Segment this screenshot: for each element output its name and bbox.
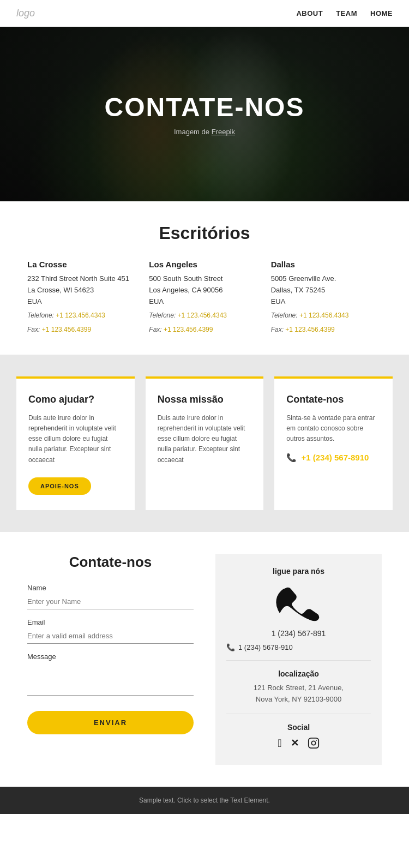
- svg-point-2: [316, 740, 317, 741]
- phone-secondary: 📞 1 (234) 5678-910: [226, 643, 371, 651]
- enviar-button[interactable]: ENVIAR: [27, 711, 194, 734]
- office-fax-1[interactable]: +1 123.456.4399: [42, 326, 91, 333]
- info-panel: ligue para nós 1 (234) 567-891 📞 1 (234)…: [215, 554, 382, 765]
- card1-title: Como ajudar?: [28, 394, 123, 405]
- office-phone-line-2: Telefone: +1 123.456.4343: [149, 310, 260, 321]
- contact-form-side: Contate-nos Name Email Message ENVIAR: [27, 554, 194, 734]
- card3-title: Contate-nos: [286, 394, 381, 405]
- offices-title: Escritórios: [27, 223, 382, 243]
- email-input[interactable]: [27, 628, 194, 644]
- instagram-icon[interactable]: [308, 737, 320, 752]
- phone-icon-large: [226, 583, 371, 621]
- facebook-icon[interactable]: : [278, 737, 281, 752]
- logo: logo: [16, 8, 35, 19]
- card2-text: Duis aute irure dolor in reprehenderit i…: [158, 413, 252, 465]
- cards-section: Como ajudar? Duis aute irure dolor in re…: [0, 355, 409, 532]
- office-city-1: La Crosse: [27, 260, 138, 269]
- social-icons:  ✕: [226, 737, 371, 752]
- card3-text: Sinta-se à vontade para entrar em contat…: [286, 413, 381, 445]
- card-missao: Nossa missão Duis aute irure dolor in re…: [146, 376, 264, 510]
- hero-title: CONTATE-NOS: [105, 92, 305, 122]
- office-phone-2[interactable]: +1 123.456.4343: [178, 312, 227, 319]
- main-nav: ABOUT TEAM HOME: [296, 9, 393, 17]
- name-label: Name: [27, 584, 194, 592]
- location-address: 121 Rock Street, 21 Avenue,Nova York, NY…: [226, 683, 371, 705]
- phone-icon-card3: 📞: [286, 453, 297, 462]
- email-label: Email: [27, 618, 194, 626]
- office-city-3: Dallas: [271, 260, 382, 269]
- hero-caption: Imagem de Freepik: [174, 128, 235, 136]
- divider-2: [226, 714, 371, 714]
- office-dallas: Dallas 5005 Greenville Ave.Dallas, TX 75…: [271, 260, 382, 338]
- office-phone-line-3: Telefone: +1 123.456.4343: [271, 310, 382, 321]
- card-contate: Contate-nos Sinta-se à vontade para entr…: [274, 376, 393, 510]
- office-la-crosse: La Crosse 232 Third Street North Suite 4…: [27, 260, 138, 338]
- office-address-2: 500 South South StreetLos Angeles, CA 90…: [149, 273, 260, 307]
- social-section: Social  ✕: [226, 723, 371, 752]
- office-fax-2[interactable]: +1 123.456.4399: [164, 326, 213, 333]
- call-label: ligue para nós: [226, 567, 371, 576]
- contact-form-title: Contate-nos: [27, 554, 194, 571]
- office-fax-3[interactable]: +1 123.456.4399: [285, 326, 334, 333]
- social-label: Social: [226, 723, 371, 732]
- office-phone-3[interactable]: +1 123.456.4343: [299, 312, 348, 319]
- email-field-group: Email: [27, 618, 194, 644]
- nav-about[interactable]: ABOUT: [296, 9, 323, 17]
- card1-text: Duis aute irure dolor in reprehenderit i…: [28, 413, 123, 465]
- office-los-angeles: Los Angeles 500 South South StreetLos An…: [149, 260, 260, 338]
- phone-icon-small: 📞: [226, 643, 235, 651]
- footer: Sample text. Click to select the Text El…: [0, 787, 409, 814]
- svg-point-1: [311, 741, 315, 745]
- office-fax-line-3: Fax: +1 123.456.4399: [271, 325, 382, 335]
- message-label: Message: [27, 653, 194, 661]
- nav-team[interactable]: TEAM: [336, 9, 357, 17]
- card2-title: Nossa missão: [158, 394, 252, 405]
- name-field-group: Name: [27, 584, 194, 609]
- office-fax-line-2: Fax: +1 123.456.4399: [149, 325, 260, 335]
- office-phone-line-1: Telefone: +1 123.456.4343: [27, 310, 138, 321]
- nav-home[interactable]: HOME: [370, 9, 393, 17]
- offices-section: Escritórios La Crosse 232 Third Street N…: [0, 201, 409, 355]
- card-como-ajudar: Como ajudar? Duis aute irure dolor in re…: [16, 376, 135, 510]
- office-address-1: 232 Third Street North Suite 451La Cross…: [27, 273, 138, 307]
- message-input[interactable]: [27, 663, 194, 696]
- office-fax-line-1: Fax: +1 123.456.4399: [27, 325, 138, 335]
- apoie-nos-button[interactable]: APOIE-NOS: [28, 477, 91, 495]
- svg-rect-0: [308, 738, 318, 748]
- office-address-3: 5005 Greenville Ave.Dallas, TX 75245EUA: [271, 273, 382, 307]
- hero-section: CONTATE-NOS Imagem de Freepik: [0, 27, 409, 201]
- hero-caption-link[interactable]: Freepik: [212, 128, 235, 136]
- office-phone-1[interactable]: +1 123.456.4343: [56, 312, 105, 319]
- message-field-group: Message: [27, 653, 194, 698]
- location-label: localização: [226, 669, 371, 678]
- header: logo ABOUT TEAM HOME: [0, 0, 409, 27]
- contact-section: Contate-nos Name Email Message ENVIAR li…: [0, 532, 409, 787]
- phone-main: 1 (234) 567-891: [226, 629, 371, 638]
- footer-text: Sample text. Click to select the Text El…: [139, 797, 270, 804]
- card3-phone: 📞 +1 (234) 567-8910: [286, 453, 381, 463]
- offices-grid: La Crosse 232 Third Street North Suite 4…: [27, 260, 382, 338]
- x-icon[interactable]: ✕: [291, 737, 299, 752]
- divider-1: [226, 660, 371, 661]
- name-input[interactable]: [27, 594, 194, 609]
- office-city-2: Los Angeles: [149, 260, 260, 269]
- location-section: localização 121 Rock Street, 21 Avenue,N…: [226, 669, 371, 705]
